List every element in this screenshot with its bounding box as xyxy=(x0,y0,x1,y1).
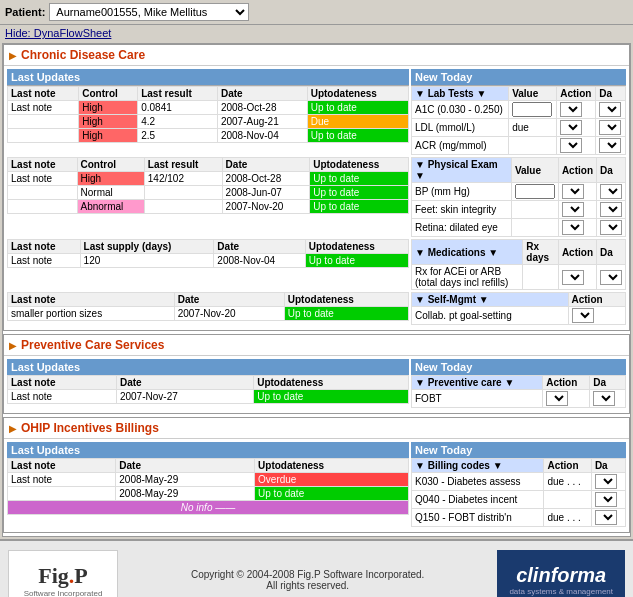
preventive-last-updates: Last Updates xyxy=(7,359,409,375)
retina-action-select[interactable] xyxy=(562,220,584,235)
k030-da-select[interactable] xyxy=(595,474,617,489)
preventive-new-table: ▼ Preventive care ▼ Action Da FOBT xyxy=(411,375,626,408)
phys-new-row-3: Retina: dilated eye xyxy=(412,219,626,237)
lab-row-1: Last note High 0.0841 2008-Oct-28 Up to … xyxy=(8,101,409,115)
lab-row-3: High 2.5 2008-Nov-04 Up to date xyxy=(8,129,409,143)
figp-sub: Software Incorporated xyxy=(24,589,103,598)
ohip-arrow-icon[interactable]: ▶ xyxy=(9,423,17,434)
q040-da-select[interactable] xyxy=(595,492,617,507)
ohip-row-1: Last note 2008-May-29 Overdue xyxy=(8,473,409,487)
lab-new-row-3: ACR (mg/mmol) xyxy=(412,137,626,155)
chronic-section-body: Last Updates Last note Control Last resu… xyxy=(4,66,629,330)
acr-action-select[interactable] xyxy=(560,138,582,153)
figp-logo-text: Fig . P xyxy=(38,563,88,589)
figp-text: Fig xyxy=(38,563,69,589)
preventive-table: Last note Date Uptodateness Last note 20… xyxy=(7,375,409,404)
preventive-arrow-icon[interactable]: ▶ xyxy=(9,340,17,351)
ohip-row-3: No info —— xyxy=(8,501,409,515)
ohip-new-table: ▼ Billing codes ▼ Action Da K030 - Diabe… xyxy=(411,458,626,527)
clinforma-sub: data systems & management xyxy=(509,587,613,596)
patient-bar: Patient: Aurname001555, Mike Mellitus xyxy=(0,0,633,25)
lab-new-row-1: A1C (0.030 - 0.250) xyxy=(412,101,626,119)
phys-row-2: Normal 2008-Jun-07 Up to date xyxy=(8,186,409,200)
ohip-section-body: Last Updates Last note Date Uptodateness… xyxy=(4,439,629,532)
ldl-action-select[interactable] xyxy=(560,120,582,135)
physical-exam-table: Last note Control Last result Date Uptod… xyxy=(7,157,409,214)
patient-select[interactable]: Aurname001555, Mike Mellitus xyxy=(49,3,249,21)
ohip-section-title: OHIP Incentives Billings xyxy=(21,421,159,435)
a1c-da-select[interactable] xyxy=(599,102,621,117)
chronic-disease-section: ▶ Chronic Disease Care Last Updates Last… xyxy=(3,44,630,331)
a1c-action-select[interactable] xyxy=(560,102,582,117)
self-mgmt-new-table: ▼ Self-Mgmt ▼ Action Collab. pt goal-set… xyxy=(411,292,626,325)
preventive-new-row-1: FOBT xyxy=(412,390,626,408)
ohip-new-row-1: K030 - Diabetes assess due . . . xyxy=(412,473,626,491)
clinforma-logo: clinforma data systems & management xyxy=(497,550,625,597)
lab-tests-panel: Last Updates Last note Control Last resu… xyxy=(7,69,409,155)
preventive-row-1: Last note 2007-Nov-27 Up to date xyxy=(8,390,409,404)
ohip-new-today: New Today ▼ Billing codes ▼ Action Da K0… xyxy=(411,442,626,527)
feet-action-select[interactable] xyxy=(562,202,584,217)
self-mgmt-table: Last note Date Uptodateness smaller port… xyxy=(7,292,409,321)
ohip-new-row-3: Q150 - FOBT distrib'n due . . . xyxy=(412,509,626,527)
ohip-section: ▶ OHIP Incentives Billings Last Updates … xyxy=(3,417,630,533)
phys-row-1: Last note High 142/102 2008-Oct-28 Up to… xyxy=(8,172,409,186)
lab-row-2: High 4.2 2007-Aug-21 Due xyxy=(8,115,409,129)
copyright-text: Copyright © 2004-2008 Fig.P Software Inc… xyxy=(118,569,497,591)
feet-da-select[interactable] xyxy=(600,202,622,217)
self-mgmt-panel: Last note Date Uptodateness smaller port… xyxy=(7,292,409,325)
lab-tests-new-today: New Today ▼ Lab Tests ▼ Value Action Da … xyxy=(411,69,626,155)
clinforma-text: clinforma xyxy=(516,564,606,587)
patient-label: Patient: xyxy=(5,6,45,18)
q150-da-select[interactable] xyxy=(595,510,617,525)
physical-exam-panel: Last note Control Last result Date Uptod… xyxy=(7,157,409,237)
main-content: ▶ Chronic Disease Care Last Updates Last… xyxy=(2,43,631,537)
retina-da-select[interactable] xyxy=(600,220,622,235)
chronic-section-header: ▶ Chronic Disease Care xyxy=(4,45,629,66)
hide-dynaflowsheet[interactable]: Hide: DynaFlowSheet xyxy=(0,25,633,41)
lab-tests-table: Last note Control Last result Date Uptod… xyxy=(7,86,409,143)
preventive-section-title: Preventive Care Services xyxy=(21,338,164,352)
selfmgmt-new-row-1: Collab. pt goal-setting xyxy=(412,307,626,325)
ohip-last-updates: Last Updates xyxy=(7,442,409,458)
figp-logo: Fig . P Software Incorporated xyxy=(8,550,118,597)
figp-p: P xyxy=(74,563,87,589)
chronic-section-title: Chronic Disease Care xyxy=(21,48,145,62)
phys-new-row-1: BP (mm Hg) xyxy=(412,183,626,201)
ohip-section-header: ▶ OHIP Incentives Billings xyxy=(4,418,629,439)
last-updates-label: Last Updates xyxy=(7,69,409,86)
ohip-row-2: 2008-May-29 Up to date xyxy=(8,487,409,501)
selfmgmt-action-select[interactable] xyxy=(572,308,594,323)
med-new-row-1: Rx for ACEi or ARB (total days incl refi… xyxy=(412,265,626,290)
med-action-select[interactable] xyxy=(562,270,584,285)
medications-table: Last note Last supply (days) Date Uptoda… xyxy=(7,239,409,268)
ldl-da-select[interactable] xyxy=(599,120,621,135)
phys-row-3: Abnormal 2007-Nov-20 Up to date xyxy=(8,200,409,214)
ohip-new-today-label: New Today xyxy=(411,442,626,458)
bp-da-select[interactable] xyxy=(600,184,622,199)
self-mgmt-new-today: ▼ Self-Mgmt ▼ Action Collab. pt goal-set… xyxy=(411,292,626,325)
acr-da-select[interactable] xyxy=(599,138,621,153)
medications-new-today: ▼ Medications ▼ Rx days Action Da Rx for… xyxy=(411,239,626,290)
new-today-label: New Today xyxy=(411,69,626,86)
lab-tests-new-table: ▼ Lab Tests ▼ Value Action Da A1C (0.030… xyxy=(411,86,626,155)
selfmgmt-row-1: smaller portion sizes 2007-Nov-20 Up to … xyxy=(8,307,409,321)
chronic-arrow-icon[interactable]: ▶ xyxy=(9,50,17,61)
a1c-value-input[interactable] xyxy=(512,102,552,117)
ohip-table: Last note Date Uptodateness Last note 20… xyxy=(7,458,409,515)
medications-new-table: ▼ Medications ▼ Rx days Action Da Rx for… xyxy=(411,239,626,290)
bp-value-input[interactable] xyxy=(515,184,555,199)
bp-action-select[interactable] xyxy=(562,184,584,199)
fobt-action-select[interactable] xyxy=(546,391,568,406)
lab-new-row-2: LDL (mmol/L) due xyxy=(412,119,626,137)
phys-new-row-2: Feet: skin integrity xyxy=(412,201,626,219)
preventive-care-section: ▶ Preventive Care Services Last Updates … xyxy=(3,334,630,414)
med-da-select[interactable] xyxy=(600,270,622,285)
physical-exam-new-today: ▼ Physical Exam ▼ Value Action Da BP (mm… xyxy=(411,157,626,237)
medications-panel: Last note Last supply (days) Date Uptoda… xyxy=(7,239,409,290)
fobt-da-select[interactable] xyxy=(593,391,615,406)
preventive-section-header: ▶ Preventive Care Services xyxy=(4,335,629,356)
med-row-1: Last note 120 2008-Nov-04 Up to date xyxy=(8,254,409,268)
footer: Fig . P Software Incorporated Copyright … xyxy=(0,539,633,597)
preventive-section-body: Last Updates Last note Date Uptodateness… xyxy=(4,356,629,413)
